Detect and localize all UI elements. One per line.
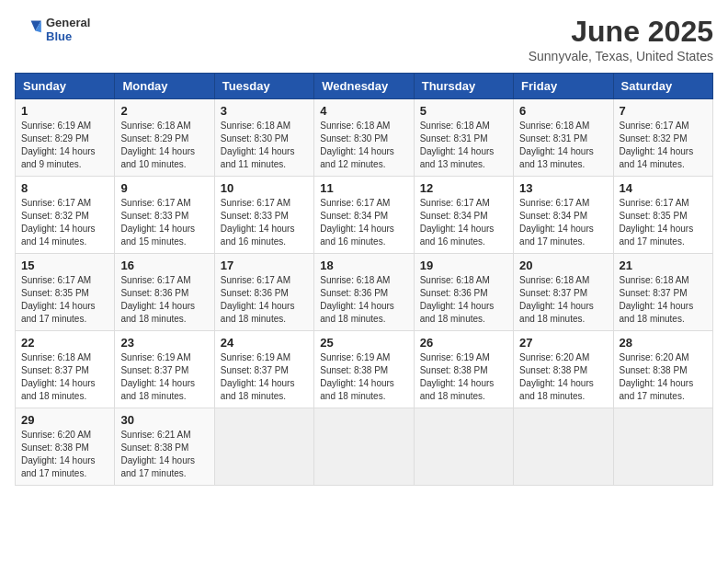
title-area: June 2025 Sunnyvale, Texas, United State… bbox=[529, 15, 713, 63]
day-info: Sunrise: 6:18 AM Sunset: 8:29 PM Dayligh… bbox=[120, 120, 208, 171]
day-number: 13 bbox=[519, 181, 607, 195]
day-number: 16 bbox=[120, 259, 208, 272]
day-info: Sunrise: 6:20 AM Sunset: 8:38 PM Dayligh… bbox=[519, 351, 607, 403]
day-info: Sunrise: 6:17 AM Sunset: 8:33 PM Dayligh… bbox=[221, 197, 308, 248]
day-number: 1 bbox=[21, 104, 108, 118]
day-number: 20 bbox=[519, 259, 607, 272]
day-number: 22 bbox=[21, 336, 108, 350]
logo-text: General Blue bbox=[46, 16, 90, 43]
calendar-day-17: 17 Sunrise: 6:17 AM Sunset: 8:36 PM Dayl… bbox=[214, 254, 313, 331]
calendar-week-row: 8 Sunrise: 6:17 AM Sunset: 8:32 PM Dayli… bbox=[16, 177, 713, 254]
logo-general: General bbox=[46, 16, 90, 29]
day-info: Sunrise: 6:17 AM Sunset: 8:35 PM Dayligh… bbox=[21, 274, 108, 326]
calendar-week-row: 29 Sunrise: 6:20 AM Sunset: 8:38 PM Dayl… bbox=[16, 408, 713, 486]
day-info: Sunrise: 6:18 AM Sunset: 8:37 PM Dayligh… bbox=[21, 351, 108, 403]
day-number: 15 bbox=[21, 259, 108, 272]
day-info: Sunrise: 6:18 AM Sunset: 8:36 PM Dayligh… bbox=[320, 274, 407, 326]
day-info: Sunrise: 6:19 AM Sunset: 8:38 PM Dayligh… bbox=[320, 351, 407, 403]
calendar-day-23: 23 Sunrise: 6:19 AM Sunset: 8:37 PM Dayl… bbox=[115, 331, 214, 408]
day-info: Sunrise: 6:18 AM Sunset: 8:36 PM Dayligh… bbox=[420, 274, 507, 326]
day-number: 23 bbox=[120, 336, 208, 350]
calendar-day-19: 19 Sunrise: 6:18 AM Sunset: 8:36 PM Dayl… bbox=[414, 254, 513, 331]
calendar-day-22: 22 Sunrise: 6:18 AM Sunset: 8:37 PM Dayl… bbox=[16, 331, 115, 408]
day-info: Sunrise: 6:17 AM Sunset: 8:32 PM Dayligh… bbox=[21, 197, 108, 248]
day-number: 21 bbox=[620, 259, 707, 272]
calendar-day-6: 6 Sunrise: 6:18 AM Sunset: 8:31 PM Dayli… bbox=[514, 99, 613, 177]
calendar-day-27: 27 Sunrise: 6:20 AM Sunset: 8:38 PM Dayl… bbox=[514, 331, 613, 408]
day-info: Sunrise: 6:19 AM Sunset: 8:37 PM Dayligh… bbox=[120, 351, 208, 403]
calendar-day-21: 21 Sunrise: 6:18 AM Sunset: 8:37 PM Dayl… bbox=[613, 254, 712, 331]
logo: General Blue bbox=[15, 15, 90, 44]
day-number: 4 bbox=[320, 104, 407, 118]
calendar-header-row: SundayMondayTuesdayWednesdayThursdayFrid… bbox=[16, 74, 713, 99]
calendar-week-row: 22 Sunrise: 6:18 AM Sunset: 8:37 PM Dayl… bbox=[16, 331, 713, 408]
calendar-day-15: 15 Sunrise: 6:17 AM Sunset: 8:35 PM Dayl… bbox=[16, 254, 115, 331]
day-info: Sunrise: 6:17 AM Sunset: 8:33 PM Dayligh… bbox=[120, 197, 208, 248]
day-number: 7 bbox=[620, 104, 707, 118]
day-number: 3 bbox=[221, 104, 308, 118]
day-info: Sunrise: 6:18 AM Sunset: 8:31 PM Dayligh… bbox=[519, 120, 607, 171]
day-info: Sunrise: 6:18 AM Sunset: 8:30 PM Dayligh… bbox=[320, 120, 407, 171]
day-header-tuesday: Tuesday bbox=[214, 74, 313, 99]
calendar-day-10: 10 Sunrise: 6:17 AM Sunset: 8:33 PM Dayl… bbox=[214, 177, 313, 254]
calendar-day-14: 14 Sunrise: 6:17 AM Sunset: 8:35 PM Dayl… bbox=[613, 177, 712, 254]
day-number: 2 bbox=[120, 104, 208, 118]
day-number: 8 bbox=[21, 181, 108, 195]
day-number: 24 bbox=[221, 336, 308, 350]
calendar-day-16: 16 Sunrise: 6:17 AM Sunset: 8:36 PM Dayl… bbox=[115, 254, 214, 331]
day-info: Sunrise: 6:18 AM Sunset: 8:30 PM Dayligh… bbox=[221, 120, 308, 171]
calendar-day-8: 8 Sunrise: 6:17 AM Sunset: 8:32 PM Dayli… bbox=[16, 177, 115, 254]
calendar-empty-cell bbox=[613, 408, 712, 486]
day-header-sunday: Sunday bbox=[16, 74, 115, 99]
page-header: General Blue June 2025 Sunnyvale, Texas,… bbox=[15, 15, 713, 63]
day-header-monday: Monday bbox=[115, 74, 214, 99]
day-info: Sunrise: 6:19 AM Sunset: 8:29 PM Dayligh… bbox=[21, 120, 108, 171]
calendar-empty-cell bbox=[314, 408, 414, 486]
day-number: 29 bbox=[21, 413, 108, 427]
day-info: Sunrise: 6:17 AM Sunset: 8:32 PM Dayligh… bbox=[620, 120, 707, 171]
day-info: Sunrise: 6:18 AM Sunset: 8:37 PM Dayligh… bbox=[519, 274, 607, 326]
day-info: Sunrise: 6:17 AM Sunset: 8:36 PM Dayligh… bbox=[221, 274, 308, 326]
day-number: 19 bbox=[420, 259, 507, 272]
day-info: Sunrise: 6:20 AM Sunset: 8:38 PM Dayligh… bbox=[21, 429, 108, 480]
calendar-day-7: 7 Sunrise: 6:17 AM Sunset: 8:32 PM Dayli… bbox=[613, 99, 712, 177]
logo-icon bbox=[15, 15, 44, 44]
calendar-day-29: 29 Sunrise: 6:20 AM Sunset: 8:38 PM Dayl… bbox=[16, 408, 115, 486]
day-info: Sunrise: 6:17 AM Sunset: 8:34 PM Dayligh… bbox=[420, 197, 507, 248]
calendar-day-24: 24 Sunrise: 6:19 AM Sunset: 8:37 PM Dayl… bbox=[214, 331, 313, 408]
day-number: 28 bbox=[620, 336, 707, 350]
calendar-day-18: 18 Sunrise: 6:18 AM Sunset: 8:36 PM Dayl… bbox=[314, 254, 414, 331]
month-title: June 2025 bbox=[529, 15, 713, 49]
calendar-day-3: 3 Sunrise: 6:18 AM Sunset: 8:30 PM Dayli… bbox=[214, 99, 313, 177]
day-header-friday: Friday bbox=[514, 74, 613, 99]
day-info: Sunrise: 6:18 AM Sunset: 8:31 PM Dayligh… bbox=[420, 120, 507, 171]
day-info: Sunrise: 6:18 AM Sunset: 8:37 PM Dayligh… bbox=[620, 274, 707, 326]
calendar-day-11: 11 Sunrise: 6:17 AM Sunset: 8:34 PM Dayl… bbox=[314, 177, 414, 254]
calendar-day-4: 4 Sunrise: 6:18 AM Sunset: 8:30 PM Dayli… bbox=[314, 99, 414, 177]
day-info: Sunrise: 6:21 AM Sunset: 8:38 PM Dayligh… bbox=[120, 429, 208, 480]
day-info: Sunrise: 6:17 AM Sunset: 8:35 PM Dayligh… bbox=[620, 197, 707, 248]
day-info: Sunrise: 6:19 AM Sunset: 8:37 PM Dayligh… bbox=[221, 351, 308, 403]
calendar-day-5: 5 Sunrise: 6:18 AM Sunset: 8:31 PM Dayli… bbox=[414, 99, 513, 177]
day-number: 27 bbox=[519, 336, 607, 350]
day-number: 25 bbox=[320, 336, 407, 350]
calendar-day-9: 9 Sunrise: 6:17 AM Sunset: 8:33 PM Dayli… bbox=[115, 177, 214, 254]
calendar-empty-cell bbox=[214, 408, 313, 486]
calendar-day-30: 30 Sunrise: 6:21 AM Sunset: 8:38 PM Dayl… bbox=[115, 408, 214, 486]
calendar-day-25: 25 Sunrise: 6:19 AM Sunset: 8:38 PM Dayl… bbox=[314, 331, 414, 408]
day-number: 30 bbox=[120, 413, 208, 427]
day-number: 18 bbox=[320, 259, 407, 272]
day-info: Sunrise: 6:19 AM Sunset: 8:38 PM Dayligh… bbox=[420, 351, 507, 403]
calendar-week-row: 1 Sunrise: 6:19 AM Sunset: 8:29 PM Dayli… bbox=[16, 99, 713, 177]
day-header-saturday: Saturday bbox=[613, 74, 712, 99]
calendar-day-28: 28 Sunrise: 6:20 AM Sunset: 8:38 PM Dayl… bbox=[613, 331, 712, 408]
day-info: Sunrise: 6:20 AM Sunset: 8:38 PM Dayligh… bbox=[620, 351, 707, 403]
day-number: 9 bbox=[120, 181, 208, 195]
day-info: Sunrise: 6:17 AM Sunset: 8:34 PM Dayligh… bbox=[320, 197, 407, 248]
calendar-day-13: 13 Sunrise: 6:17 AM Sunset: 8:34 PM Dayl… bbox=[514, 177, 613, 254]
day-info: Sunrise: 6:17 AM Sunset: 8:34 PM Dayligh… bbox=[519, 197, 607, 248]
logo-blue: Blue bbox=[46, 29, 90, 43]
day-number: 14 bbox=[620, 181, 707, 195]
calendar-empty-cell bbox=[514, 408, 613, 486]
day-number: 17 bbox=[221, 259, 308, 272]
